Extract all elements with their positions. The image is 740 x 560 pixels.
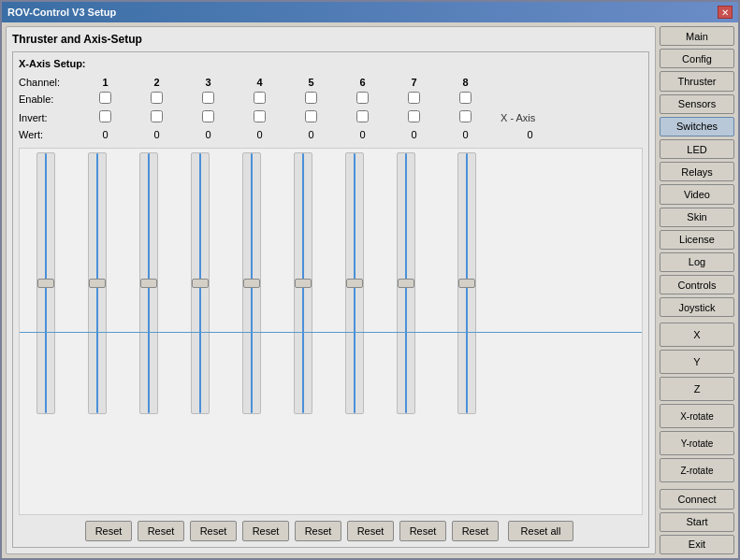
reset-all-button[interactable]: Reset all [508, 521, 573, 541]
window-body: Thruster and Axis-Setup X-Axis Setup: Ch… [2, 22, 738, 558]
nav-switches-button[interactable]: Switches [660, 117, 734, 136]
invert-ch2[interactable] [131, 110, 182, 125]
slider-col-extra [441, 149, 492, 514]
slider-col-7 [328, 149, 380, 514]
enable-ch4[interactable] [234, 92, 285, 107]
nav-joystick-button[interactable]: Joystick [660, 297, 734, 317]
enable-ch5[interactable] [285, 92, 337, 107]
axis-z-rotate-button[interactable]: Z-rotate [660, 458, 734, 482]
enable-ch7[interactable] [388, 92, 440, 107]
channel-label: Channel: [19, 77, 80, 88]
wert-ch1: 0 [80, 129, 131, 140]
slider-col-6 [277, 149, 328, 514]
slider-track-1[interactable] [36, 152, 55, 414]
slider-thumb-3[interactable] [140, 279, 157, 288]
window-title: ROV-Control V3 Setup [7, 7, 116, 18]
panel-title: Thruster and Axis-Setup [12, 33, 649, 46]
slider-track-extra[interactable] [457, 152, 476, 414]
axis-y-rotate-button[interactable]: Y-rotate [660, 431, 734, 455]
slider-track-3[interactable] [139, 152, 158, 414]
nav-controls-button[interactable]: Controls [660, 275, 734, 294]
enable-cells [80, 92, 491, 107]
enable-ch3[interactable] [182, 92, 234, 107]
reset-row: Reset Reset Reset Reset Reset Reset Rese… [19, 521, 643, 541]
reset-btn-2[interactable]: Reset [138, 521, 184, 541]
invert-ch3[interactable] [182, 110, 234, 125]
wert-cells: 0 0 0 0 0 0 0 0 0 [80, 129, 556, 140]
reset-btn-8[interactable]: Reset [452, 521, 499, 541]
channel-7: 7 [388, 77, 440, 88]
slider-thumb-1[interactable] [37, 279, 54, 288]
invert-ch1[interactable] [80, 110, 131, 125]
slider-col-4 [174, 149, 225, 514]
axis-section: X-Axis Setup: Channel: 1 2 3 4 5 6 7 8 [12, 51, 649, 548]
wert-ch3: 0 [182, 129, 234, 140]
enable-label: Enable: [19, 93, 80, 105]
slider-track-5[interactable] [242, 152, 261, 414]
invert-ch4[interactable] [234, 110, 285, 125]
start-button[interactable]: Start [660, 512, 734, 532]
wert-ch2: 0 [131, 129, 182, 140]
wert-row: Wert: 0 0 0 0 0 0 0 0 0 [19, 129, 643, 140]
axis-x-button[interactable]: X [660, 323, 734, 347]
nav-log-button[interactable]: Log [660, 252, 734, 272]
nav-video-button[interactable]: Video [660, 184, 734, 204]
axis-x-rotate-button[interactable]: X-rotate [660, 404, 734, 428]
nav-sensors-button[interactable]: Sensors [660, 94, 734, 114]
wert-label: Wert: [19, 129, 80, 140]
nav-config-button[interactable]: Config [660, 49, 734, 68]
slider-thumb-4[interactable] [192, 279, 209, 288]
slider-thumb-8[interactable] [398, 279, 414, 288]
wert-ch7: 0 [388, 129, 440, 140]
slider-thumb-extra[interactable] [458, 279, 475, 288]
channel-1: 1 [80, 77, 131, 88]
nav-license-button[interactable]: License [660, 230, 734, 250]
close-button[interactable]: ✕ [718, 6, 733, 19]
channel-3: 3 [182, 77, 234, 88]
right-panel: Main Config Thruster Sensors Switches LE… [660, 26, 734, 554]
channel-4: 4 [234, 77, 285, 88]
invert-ch6[interactable] [337, 110, 388, 125]
reset-btn-7[interactable]: Reset [399, 521, 446, 541]
reset-btn-3[interactable]: Reset [190, 521, 237, 541]
slider-col-5 [225, 149, 277, 514]
nav-skin-button[interactable]: Skin [660, 208, 734, 227]
reset-btn-5[interactable]: Reset [295, 521, 341, 541]
invert-ch7[interactable] [388, 110, 440, 125]
enable-ch8[interactable] [440, 92, 491, 107]
enable-ch2[interactable] [131, 92, 182, 107]
nav-thruster-button[interactable]: Thruster [660, 71, 734, 91]
slider-track-7[interactable] [345, 152, 364, 414]
title-bar: ROV-Control V3 Setup ✕ [2, 2, 738, 22]
enable-ch1[interactable] [80, 92, 131, 107]
wert-ch8: 0 [440, 129, 491, 140]
slider-thumb-6[interactable] [295, 279, 312, 288]
slider-thumb-5[interactable] [243, 279, 260, 288]
slider-track-8[interactable] [397, 152, 415, 414]
slider-thumb-7[interactable] [346, 279, 363, 288]
invert-ch5[interactable] [285, 110, 337, 125]
reset-btn-1[interactable]: Reset [85, 521, 132, 541]
axis-section-title: X-Axis Setup: [19, 58, 643, 69]
enable-ch6[interactable] [337, 92, 388, 107]
axis-y-button[interactable]: Y [660, 350, 734, 374]
invert-row: Invert: X - Axis [19, 110, 643, 125]
invert-cells [80, 110, 491, 125]
wert-extra: 0 [504, 129, 556, 140]
invert-ch8[interactable] [440, 110, 491, 125]
nav-led-button[interactable]: LED [660, 139, 734, 159]
slider-track-6[interactable] [294, 152, 312, 414]
slider-track-2[interactable] [88, 152, 107, 414]
x-axis-label: X - Axis [501, 112, 535, 123]
nav-main-button[interactable]: Main [660, 26, 734, 46]
reset-btn-4[interactable]: Reset [242, 521, 289, 541]
nav-relays-button[interactable]: Relays [660, 162, 734, 181]
connect-button[interactable]: Connect [660, 489, 734, 509]
wert-ch5: 0 [285, 129, 337, 140]
axis-z-button[interactable]: Z [660, 377, 734, 401]
channel-5: 5 [285, 77, 337, 88]
exit-button[interactable]: Exit [660, 535, 734, 554]
slider-thumb-2[interactable] [89, 279, 106, 288]
reset-btn-6[interactable]: Reset [347, 521, 394, 541]
slider-track-4[interactable] [191, 152, 210, 414]
